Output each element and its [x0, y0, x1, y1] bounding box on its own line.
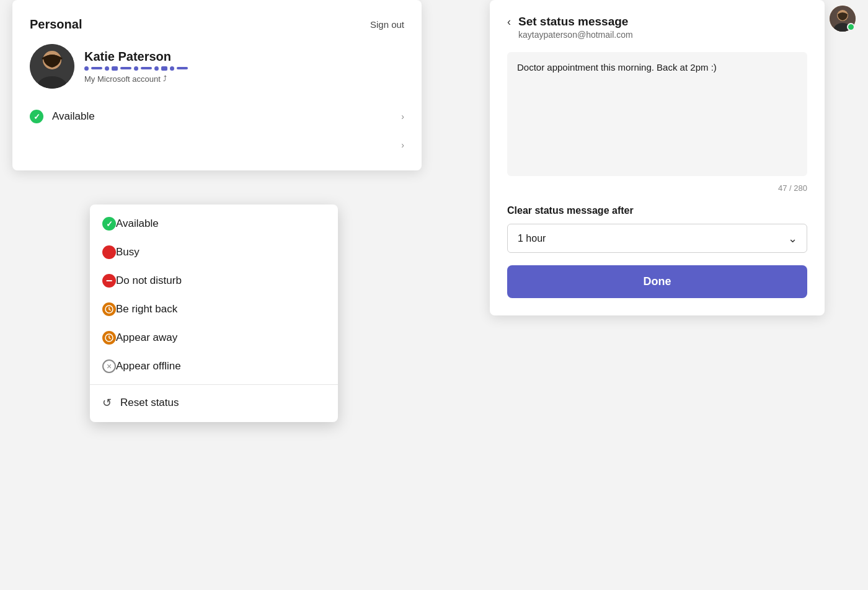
current-status-row[interactable]: Available ›	[30, 103, 404, 130]
status-option-busy[interactable]: Busy	[90, 238, 338, 266]
char-count: 47 / 280	[507, 183, 807, 193]
dnd-icon	[102, 274, 116, 288]
done-button[interactable]: Done	[507, 265, 807, 298]
brb-icon	[102, 302, 116, 316]
status-submenu-row[interactable]: ›	[30, 132, 404, 158]
available-icon	[102, 217, 116, 231]
status-option-available[interactable]: Available	[90, 209, 338, 238]
user-status-indicator	[84, 66, 404, 71]
user-avatar-topbar[interactable]	[830, 6, 856, 32]
user-avatar	[30, 44, 74, 89]
offline-label: Appear offline	[116, 360, 181, 372]
offline-icon	[102, 359, 116, 373]
brb-label: Be right back	[116, 303, 177, 315]
status-dropdown: Available Busy Do not disturb Be right b…	[90, 205, 338, 422]
duration-select[interactable]: Never 30 minutes 1 hour 2 hours Today Th…	[507, 224, 807, 253]
external-link-icon: ⤴	[163, 74, 167, 83]
clear-label: Clear status message after	[507, 205, 807, 216]
appear-away-label: Appear away	[116, 332, 177, 344]
account-label: My Microsoft account	[84, 74, 161, 84]
panel-navigation: ‹ Set status message kaytaypaterson@hotm…	[507, 15, 807, 40]
user-details: Katie Paterson My Microsoft account ⤴	[84, 50, 404, 84]
status-message-textarea[interactable]	[507, 52, 807, 176]
duration-selector-wrapper: Never 30 minutes 1 hour 2 hours Today Th…	[507, 224, 807, 253]
busy-label: Busy	[116, 246, 140, 258]
busy-icon	[102, 245, 116, 259]
user-name: Katie Paterson	[84, 50, 404, 64]
back-button[interactable]: ‹	[507, 15, 511, 29]
panel-nav-email: kaytaypaterson@hotmail.com	[518, 30, 807, 40]
account-link[interactable]: My Microsoft account ⤴	[84, 74, 404, 84]
personal-panel: Personal Sign out Katie Paterson	[12, 0, 422, 170]
status-chevron-icon: ›	[401, 112, 404, 121]
reset-status-item[interactable]: ↺ Reset status	[90, 389, 338, 417]
current-status-label: Available	[52, 110, 401, 123]
status-option-dnd[interactable]: Do not disturb	[90, 266, 338, 295]
sign-out-button[interactable]: Sign out	[370, 19, 404, 30]
status-submenu-chevron: ›	[401, 140, 404, 150]
set-status-message-panel: ‹ Set status message kaytaypaterson@hotm…	[490, 0, 825, 315]
panel-nav-content: Set status message kaytaypaterson@hotmai…	[518, 15, 807, 40]
reset-label: Reset status	[120, 397, 179, 409]
dropdown-divider	[90, 384, 338, 385]
panel-title: Personal	[30, 17, 82, 32]
appear-away-icon	[102, 331, 116, 345]
panel-header: Personal Sign out	[30, 17, 404, 32]
online-badge	[847, 23, 855, 31]
dnd-label: Do not disturb	[116, 275, 182, 287]
panel-nav-title: Set status message	[518, 15, 807, 29]
available-status-icon	[30, 110, 43, 123]
reset-icon: ↺	[102, 396, 112, 410]
available-label: Available	[116, 218, 159, 230]
status-option-offline[interactable]: Appear offline	[90, 352, 338, 381]
status-option-brb[interactable]: Be right back	[90, 295, 338, 324]
user-info-section: Katie Paterson My Microsoft account ⤴	[30, 44, 404, 89]
status-option-appear-away[interactable]: Appear away	[90, 324, 338, 352]
